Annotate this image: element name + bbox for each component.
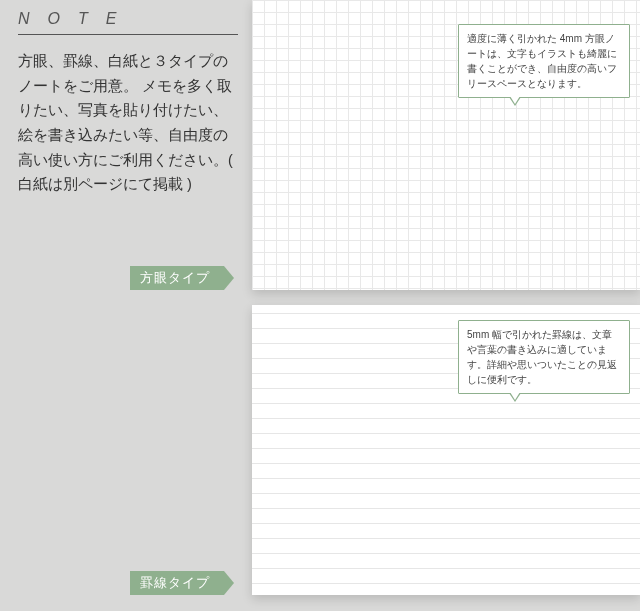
section-description: 方眼、罫線、白紙と３タイプのノートをご用意。 メモを多く取りたい、写真を貼り付け… [18, 49, 238, 197]
grid-type-label: 方眼タイプ [130, 266, 224, 290]
grid-callout: 適度に薄く引かれた 4mm 方眼ノートは、文字もイラストも綺麗に書くことができ、… [458, 24, 630, 98]
ruled-callout: 5mm 幅で引かれた罫線は、文章や言葉の書き込みに適しています。詳細や思いついた… [458, 320, 630, 394]
section-heading: NOTE [18, 10, 238, 35]
left-column: NOTE 方眼、罫線、白紙と３タイプのノートをご用意。 メモを多く取りたい、写真… [18, 10, 238, 197]
ruled-type-label: 罫線タイプ [130, 571, 224, 595]
